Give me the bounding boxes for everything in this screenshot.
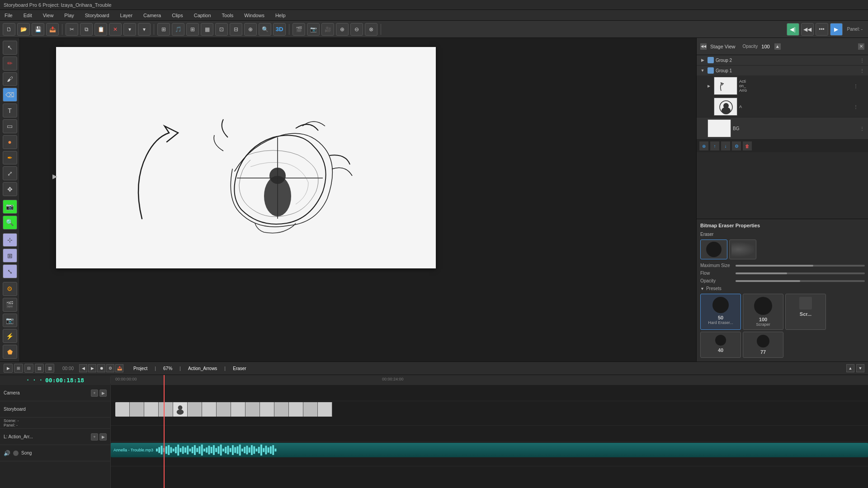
status-table-icon[interactable]: ⊟ bbox=[24, 364, 33, 373]
toolbar-3d[interactable]: 3D bbox=[273, 23, 286, 36]
toolbar-delete[interactable]: ✕ bbox=[109, 23, 122, 36]
toolbar-grid1[interactable]: ⊞ bbox=[157, 23, 170, 36]
export-icon[interactable]: 📤 bbox=[115, 364, 123, 372]
layer-item-options-icon[interactable]: ⋮ bbox=[853, 83, 859, 89]
tool-select[interactable]: ⤢ bbox=[3, 166, 17, 180]
menu-help[interactable]: Help bbox=[274, 12, 288, 19]
frame-back-icon[interactable]: ◀ bbox=[79, 364, 87, 372]
menu-clips[interactable]: Clips bbox=[170, 12, 184, 19]
menu-file[interactable]: File bbox=[3, 12, 14, 19]
add-layer-icon[interactable]: ⊕ bbox=[699, 141, 708, 150]
toolbar-copy[interactable]: ⧉ bbox=[80, 23, 93, 36]
layer-options-icon[interactable]: ⋮ bbox=[859, 57, 865, 63]
menu-play[interactable]: Play bbox=[62, 12, 75, 19]
eraser-type-solid[interactable] bbox=[700, 239, 727, 259]
menu-tools[interactable]: Tools bbox=[220, 12, 236, 19]
status-collapse-icon[interactable]: ▥ bbox=[45, 364, 54, 373]
move-layer-up-icon[interactable]: ↑ bbox=[710, 141, 719, 150]
menu-camera[interactable]: Camera bbox=[142, 12, 163, 19]
layer-item-figure[interactable]: A ⋮ bbox=[697, 96, 868, 117]
menu-storyboard[interactable]: Storyboard bbox=[83, 12, 111, 19]
toolbar-music[interactable]: 🎵 bbox=[172, 23, 184, 36]
tool-storyboard[interactable]: 🎬 bbox=[3, 298, 17, 312]
tool-props[interactable]: ⚡ bbox=[3, 329, 17, 343]
tool-cam-small[interactable]: 📷 bbox=[3, 314, 17, 328]
toolbar-cam2[interactable]: 📷 bbox=[307, 23, 320, 36]
camera-add-btn[interactable]: + bbox=[91, 389, 98, 397]
tool-brush[interactable]: 🖌 bbox=[3, 72, 17, 86]
toolbar-play[interactable]: ▶ bbox=[830, 23, 843, 36]
opacity-slider[interactable] bbox=[736, 280, 865, 282]
flow-slider[interactable] bbox=[736, 272, 865, 274]
menu-windows[interactable]: Windows bbox=[242, 12, 266, 19]
tool-expand[interactable]: ⤡ bbox=[3, 264, 17, 278]
delete-layer-icon[interactable]: 🗑 bbox=[743, 141, 752, 150]
eraser-type-soft[interactable] bbox=[729, 239, 756, 259]
timeline-expand-icon[interactable]: ▲ bbox=[846, 364, 854, 372]
preset-scraper[interactable]: Scr... bbox=[785, 294, 826, 330]
menu-edit[interactable]: Edit bbox=[22, 12, 34, 19]
tool-anim[interactable]: ⬟ bbox=[3, 345, 17, 359]
toolbar-zoom-fit[interactable]: ⊕ bbox=[244, 23, 257, 36]
tool-transform[interactable]: ✥ bbox=[3, 182, 17, 196]
tool-move[interactable]: ⊹ bbox=[3, 233, 17, 247]
toolbar-cam1[interactable]: 🎬 bbox=[292, 23, 305, 36]
layer-group-2-header[interactable]: ▶ Group 2 ⋮ bbox=[697, 55, 868, 65]
layer-1-options-icon[interactable]: ⋮ bbox=[859, 67, 865, 74]
timeline-collapse-icon[interactable]: ▼ bbox=[856, 364, 864, 372]
layer-item-action-arrow[interactable]: ▶ Action_Arro ⋮ bbox=[697, 75, 868, 96]
bg-options-icon[interactable]: ⋮ bbox=[859, 125, 865, 131]
tool-settings[interactable]: ⚙ bbox=[3, 282, 17, 296]
max-size-slider[interactable] bbox=[736, 265, 865, 267]
tool-cursor[interactable]: ↖ bbox=[3, 41, 17, 55]
layer-arrow-btn[interactable]: ▶ bbox=[99, 433, 107, 441]
toolbar-open[interactable]: 📂 bbox=[17, 23, 30, 36]
layer-props-icon[interactable]: ⚙ bbox=[732, 141, 741, 150]
toolbar-new[interactable]: 🗋 bbox=[3, 23, 15, 36]
toolbar-save[interactable]: 💾 bbox=[32, 23, 44, 36]
toolbar-grid2[interactable]: ⊞ bbox=[186, 23, 199, 36]
toolbar-cam6[interactable]: ⊗ bbox=[365, 23, 377, 36]
menu-caption[interactable]: Caption bbox=[192, 12, 213, 19]
layer-group-bg-header[interactable]: BG ⋮ bbox=[697, 117, 868, 139]
toolbar-cam4[interactable]: ⊕ bbox=[336, 23, 349, 36]
status-play-icon[interactable]: ▶ bbox=[4, 364, 13, 373]
toolbar-prev-panel[interactable]: ◀| bbox=[787, 23, 799, 36]
record-icon[interactable]: ⏺ bbox=[97, 364, 105, 372]
track-content[interactable]: Annella - Trouble.mp3 bbox=[111, 385, 868, 488]
canvas-area[interactable]: ▶ bbox=[20, 38, 696, 361]
toolbar-cam5[interactable]: ⊖ bbox=[350, 23, 363, 36]
tool-fill[interactable]: ● bbox=[3, 135, 17, 149]
toolbar-paste[interactable]: 📋 bbox=[94, 23, 107, 36]
toolbar-cut[interactable]: ✂ bbox=[66, 23, 78, 36]
move-layer-down-icon[interactable]: ↓ bbox=[721, 141, 730, 150]
toolbar-view2[interactable]: ⊟ bbox=[230, 23, 242, 36]
preset-row2-2[interactable]: 77 bbox=[743, 332, 783, 358]
close-panel-icon[interactable]: ✕ bbox=[858, 43, 864, 50]
preset-hard-eraser[interactable]: 100 Scraper bbox=[743, 294, 783, 330]
tool-pencil[interactable]: ✏ bbox=[3, 56, 17, 70]
toolbar-dropdown2[interactable]: ▾ bbox=[138, 23, 151, 36]
toolbar-export[interactable]: 📤 bbox=[46, 23, 59, 36]
toolbar-more[interactable]: ••• bbox=[816, 23, 828, 36]
layer-group-1-header[interactable]: ▼ Group 1 ⋮ bbox=[697, 66, 868, 75]
scroll-arrow-left[interactable]: ▶ bbox=[52, 173, 57, 180]
toolbar-zoom-1[interactable]: 🔍 bbox=[259, 23, 271, 36]
status-grid-icon[interactable]: ⊞ bbox=[14, 364, 23, 373]
preset-eraser[interactable]: 50 Hard Eraser... bbox=[700, 294, 741, 330]
tool-eraser[interactable]: ⌫ bbox=[3, 88, 17, 102]
settings-icon[interactable]: ⚙ bbox=[106, 364, 114, 372]
tool-camera[interactable]: 📷 bbox=[3, 200, 17, 214]
menu-view[interactable]: View bbox=[41, 12, 56, 19]
frame-fwd-icon[interactable]: ▶ bbox=[88, 364, 96, 372]
tool-grid[interactable]: ⊞ bbox=[3, 249, 17, 263]
toolbar-dropdown1[interactable]: ▾ bbox=[123, 23, 136, 36]
preset-row2-1[interactable]: 40 bbox=[700, 332, 741, 358]
toolbar-panels[interactable]: ▦ bbox=[201, 23, 213, 36]
tool-rect[interactable]: ▭ bbox=[3, 119, 17, 133]
expand-icon[interactable]: ◀◀ bbox=[700, 43, 707, 50]
layer-add-btn[interactable]: + bbox=[91, 433, 98, 441]
opacity-stepper[interactable]: ▲ bbox=[774, 43, 781, 50]
layer-item-2-options-icon[interactable]: ⋮ bbox=[853, 103, 859, 110]
tool-pen[interactable]: ✒ bbox=[3, 151, 17, 165]
